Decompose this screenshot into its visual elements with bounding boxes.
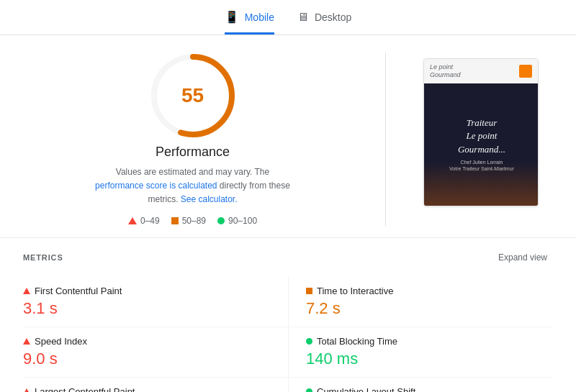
metric-lcp-label-row: Largest Contentful Paint [23, 386, 271, 392]
desktop-icon: 🖥 [297, 11, 309, 24]
vertical-divider [385, 53, 386, 226]
metric-fcp-value: 3.1 s [23, 299, 271, 318]
gauge-container: 55 [150, 53, 236, 139]
legend-red-icon [128, 217, 137, 224]
status-icon-fcp [23, 288, 30, 294]
metric-cls-label: Cumulative Layout Shift [317, 386, 415, 392]
metrics-title: METRICS [23, 253, 63, 262]
status-icon-tti [306, 288, 312, 294]
performance-title: Performance [156, 145, 230, 160]
metric-tti-label-row: Time to Interactive [306, 286, 541, 296]
legend-red: 0–49 [128, 216, 160, 226]
metric-si-label-row: Speed Index [23, 336, 271, 347]
food-decoration [424, 163, 539, 206]
metric-fcp-label: First Contentful Paint [35, 286, 122, 296]
score-value: 55 [181, 84, 204, 107]
metric-si-value: 9.0 s [23, 350, 271, 368]
screenshot-image: Traiteur Le point Gourmand... Chef Julie… [424, 83, 539, 206]
status-icon-lcp [23, 388, 30, 392]
screenshot-section: Le point Gourmand Traiteur Le point Gour… [409, 53, 553, 226]
screenshot-title: Traiteur Le point Gourmand... [458, 117, 505, 156]
tabs-bar: 📱 Mobile 🖥 Desktop [0, 0, 576, 35]
legend-orange: 50–89 [171, 216, 206, 226]
metrics-section: METRICS Expand view First Contentful Pai… [0, 238, 576, 392]
metric-lcp-label: Largest Contentful Paint [35, 386, 135, 392]
performance-score-link[interactable]: performance score is calculated [95, 181, 217, 191]
score-description: Values are estimated and may vary. The p… [92, 165, 294, 207]
legend-green: 90–100 [217, 216, 257, 226]
legend-green-icon [217, 217, 225, 224]
expand-view-button[interactable]: Expand view [492, 250, 553, 265]
status-icon-cls [306, 388, 312, 392]
status-icon-tbt [306, 338, 312, 345]
legend: 0–49 50–89 90–100 [128, 216, 257, 226]
screenshot-card: Le point Gourmand Traiteur Le point Gour… [423, 58, 539, 206]
screenshot-logo: Le point Gourmand [430, 63, 461, 79]
legend-orange-icon [171, 217, 179, 224]
legend-orange-range: 50–89 [182, 216, 206, 226]
legend-green-range: 90–100 [228, 216, 257, 226]
metric-fcp: First Contentful Paint 3.1 s [23, 277, 288, 327]
metric-cls: Cumulative Layout Shift 0 [288, 378, 553, 392]
metric-tbt-label: Total Blocking Time [317, 336, 397, 347]
metric-cls-label-row: Cumulative Layout Shift [306, 386, 541, 392]
mobile-icon: 📱 [225, 10, 239, 24]
tab-mobile[interactable]: 📱 Mobile [225, 10, 274, 35]
metrics-grid: First Contentful Paint 3.1 s Time to Int… [23, 277, 553, 392]
metric-tti: Time to Interactive 7.2 s [288, 277, 553, 327]
description-text: Values are estimated and may vary. The [116, 167, 269, 177]
tab-mobile-label: Mobile [245, 12, 274, 23]
status-icon-si [23, 338, 30, 345]
score-section: 55 Performance Values are estimated and … [23, 53, 362, 226]
metric-si-label: Speed Index [35, 336, 87, 347]
calculator-link[interactable]: See calculator. [181, 194, 238, 204]
legend-red-range: 0–49 [140, 216, 160, 226]
orange-rect [519, 65, 532, 78]
tab-desktop-label: Desktop [315, 12, 351, 23]
metric-tbt-value: 140 ms [306, 350, 541, 368]
metric-tbt: Total Blocking Time 140 ms [288, 327, 553, 378]
metric-fcp-label-row: First Contentful Paint [23, 286, 271, 296]
metrics-header: METRICS Expand view [23, 250, 553, 265]
metric-tti-value: 7.2 s [306, 299, 541, 318]
metric-tti-label: Time to Interactive [317, 286, 393, 296]
main-content: 55 Performance Values are estimated and … [0, 35, 576, 238]
metric-lcp: Largest Contentful Paint 8.8 s [23, 378, 288, 392]
metric-tbt-label-row: Total Blocking Time [306, 336, 541, 347]
screenshot-header: Le point Gourmand [424, 59, 538, 83]
metric-si: Speed Index 9.0 s [23, 327, 288, 378]
tab-desktop[interactable]: 🖥 Desktop [297, 11, 351, 35]
